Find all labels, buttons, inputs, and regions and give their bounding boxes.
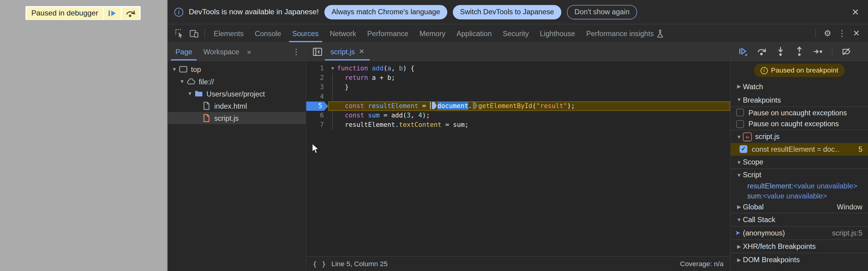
code-text[interactable]: resultElement.textContent = sum; bbox=[337, 120, 469, 129]
tree-row-top[interactable]: ▼ top bbox=[168, 63, 305, 75]
code-token: 4 bbox=[418, 111, 422, 119]
tab-lighthouse[interactable]: Lighthouse bbox=[534, 24, 581, 42]
scope-global-group[interactable]: ▶ Global Window bbox=[731, 201, 868, 213]
fold-arrow-icon[interactable]: ▼ bbox=[328, 64, 337, 73]
overlay-step-button[interactable] bbox=[122, 7, 140, 19]
collapsed-triangle-icon[interactable]: ▶ bbox=[735, 84, 743, 89]
breakpoint-line-badge[interactable]: 5 bbox=[306, 101, 328, 111]
code-text[interactable]: } bbox=[337, 83, 349, 92]
section-scope[interactable]: ▼ Scope bbox=[731, 155, 868, 169]
toggle-navigator-icon[interactable] bbox=[309, 43, 325, 60]
pretty-print-icon[interactable]: { } bbox=[313, 260, 326, 268]
tab-performance[interactable]: Performance bbox=[362, 24, 414, 42]
frame-icon bbox=[179, 65, 188, 74]
paused-on-breakpoint-badge: i Paused on breakpoint bbox=[754, 64, 845, 77]
resume-script-icon[interactable] bbox=[738, 47, 748, 56]
expand-triangle-icon[interactable]: ▼ bbox=[179, 79, 186, 84]
inspect-element-icon[interactable] bbox=[172, 24, 187, 42]
code-token: resultElement bbox=[368, 102, 418, 110]
editor-tabstrip: script.js ✕ bbox=[306, 43, 730, 61]
line-number[interactable]: 1 bbox=[306, 64, 328, 73]
expand-triangle-icon[interactable]: ▼ bbox=[187, 91, 193, 96]
variable-value: <value unavailable> bbox=[763, 191, 827, 200]
section-call-stack[interactable]: ▼ Call Stack bbox=[731, 213, 868, 226]
code-token: resultElement bbox=[345, 121, 395, 129]
tree-row-file-scheme[interactable]: ▼ file:// bbox=[168, 75, 305, 87]
step-into-icon[interactable] bbox=[775, 47, 785, 56]
global-value: Window bbox=[837, 203, 862, 211]
expanded-triangle-icon[interactable]: ▼ bbox=[735, 97, 743, 102]
code-lines: 1▼function add(a, b) {2 return a + b;3 }… bbox=[306, 61, 730, 256]
breakpoint-entry[interactable]: const resultElement = doc… 5 bbox=[731, 143, 868, 155]
breakpoint-file-group[interactable]: ▼ ‹› script.js bbox=[731, 129, 868, 143]
expanded-triangle-icon[interactable]: ▼ bbox=[735, 134, 743, 139]
tab-application[interactable]: Application bbox=[451, 24, 497, 42]
code-token: add bbox=[372, 64, 383, 72]
settings-gear-icon[interactable]: ⚙ bbox=[822, 28, 834, 38]
tab-elements[interactable]: Elements bbox=[208, 24, 249, 42]
collapsed-triangle-icon[interactable]: ▶ bbox=[735, 244, 743, 249]
collapsed-triangle-icon[interactable]: ▶ bbox=[735, 204, 743, 209]
tabbar-separator bbox=[205, 29, 205, 38]
checkbox-label: Pause on caught exceptions bbox=[748, 120, 839, 128]
expand-triangle-icon[interactable]: ▼ bbox=[171, 66, 178, 72]
more-options-icon[interactable]: ⋮ bbox=[836, 28, 848, 38]
more-tabs-chevron-icon[interactable]: » bbox=[245, 43, 252, 60]
devtools-screenshot: Paused in debugger i DevTools is now ava… bbox=[0, 0, 868, 271]
code-text[interactable]: const sum = add(3, 4); bbox=[337, 111, 430, 120]
always-match-language-button[interactable]: Always match Chrome's language bbox=[324, 5, 447, 19]
section-xhr-breakpoints[interactable]: ▶ XHR/fetch Breakpoints bbox=[731, 239, 868, 253]
line-number[interactable]: 2 bbox=[306, 73, 328, 83]
call-stack-frame[interactable]: ➤ (anonymous) script.js:5 bbox=[731, 226, 868, 239]
line-number[interactable]: 7 bbox=[306, 120, 328, 129]
dont-show-again-button[interactable]: Don't show again bbox=[567, 5, 637, 19]
infobar-close-icon[interactable]: ✕ bbox=[851, 7, 859, 17]
devtools-close-icon[interactable]: ✕ bbox=[850, 28, 863, 38]
step-out-icon[interactable] bbox=[794, 47, 804, 56]
tab-workspace[interactable]: Workspace bbox=[198, 43, 245, 60]
code-text[interactable]: const resultElement = document.getElemen… bbox=[337, 101, 575, 111]
caught-exceptions-checkbox[interactable] bbox=[736, 120, 744, 128]
step-over-icon[interactable] bbox=[757, 47, 767, 56]
pause-caught-row[interactable]: Pause on caught exceptions bbox=[731, 118, 868, 129]
tree-row-index-html[interactable]: index.html bbox=[168, 100, 305, 112]
section-watch[interactable]: ▶ Watch bbox=[731, 80, 868, 93]
uncaught-exceptions-checkbox[interactable] bbox=[736, 109, 744, 117]
tab-sources[interactable]: Sources bbox=[287, 24, 324, 42]
tab-page[interactable]: Page bbox=[170, 43, 198, 60]
breakpoint-line-number: 5 bbox=[859, 145, 863, 153]
tab-network[interactable]: Network bbox=[324, 24, 362, 42]
continue-to-marker-blue[interactable] bbox=[432, 102, 437, 109]
tree-row-script-js[interactable]: script.js bbox=[168, 112, 305, 124]
continue-to-marker-gray[interactable] bbox=[473, 102, 478, 109]
expanded-triangle-icon[interactable]: ▼ bbox=[735, 172, 743, 178]
tab-console[interactable]: Console bbox=[249, 24, 287, 42]
step-icon[interactable] bbox=[813, 47, 823, 56]
deactivate-breakpoints-icon[interactable] bbox=[841, 47, 851, 56]
device-toolbar-icon[interactable] bbox=[187, 24, 201, 42]
collapsed-triangle-icon[interactable]: ▶ bbox=[735, 257, 743, 262]
tree-row-folder[interactable]: ▼ Users/user/project bbox=[168, 88, 305, 100]
scope-script-group[interactable]: ▼ Script bbox=[731, 169, 868, 181]
tab-memory[interactable]: Memory bbox=[414, 24, 451, 42]
expanded-triangle-icon[interactable]: ▼ bbox=[735, 217, 743, 222]
switch-to-japanese-button[interactable]: Switch DevTools to Japanese bbox=[453, 5, 561, 19]
tab-performance-insights[interactable]: Performance insights bbox=[581, 24, 669, 42]
line-number[interactable]: 3 bbox=[306, 83, 328, 92]
editor-tab-close-icon[interactable]: ✕ bbox=[359, 48, 364, 56]
overlay-resume-button[interactable] bbox=[104, 7, 121, 19]
code-text[interactable]: function add(a, b) { bbox=[337, 64, 414, 73]
scope-var-sum[interactable]: sum: <value unavailable> bbox=[731, 190, 868, 201]
tab-security[interactable]: Security bbox=[497, 24, 534, 42]
navigator-menu-icon[interactable]: ⋮ bbox=[287, 43, 305, 60]
line-number[interactable]: 6 bbox=[306, 111, 328, 120]
line-number[interactable]: 4 bbox=[306, 92, 328, 101]
editor-tab-script-js[interactable]: script.js ✕ bbox=[325, 43, 370, 60]
expanded-triangle-icon[interactable]: ▼ bbox=[735, 159, 743, 165]
scope-var-resultelement[interactable]: resultElement: <value unavailable> bbox=[731, 181, 868, 190]
section-dom-breakpoints[interactable]: ▶ DOM Breakpoints bbox=[731, 253, 868, 266]
pause-uncaught-row[interactable]: Pause on uncaught exceptions bbox=[731, 107, 868, 118]
code-text[interactable]: return a + b; bbox=[337, 73, 395, 83]
breakpoint-checkbox[interactable] bbox=[740, 145, 748, 153]
section-breakpoints[interactable]: ▼ Breakpoints bbox=[731, 93, 868, 107]
